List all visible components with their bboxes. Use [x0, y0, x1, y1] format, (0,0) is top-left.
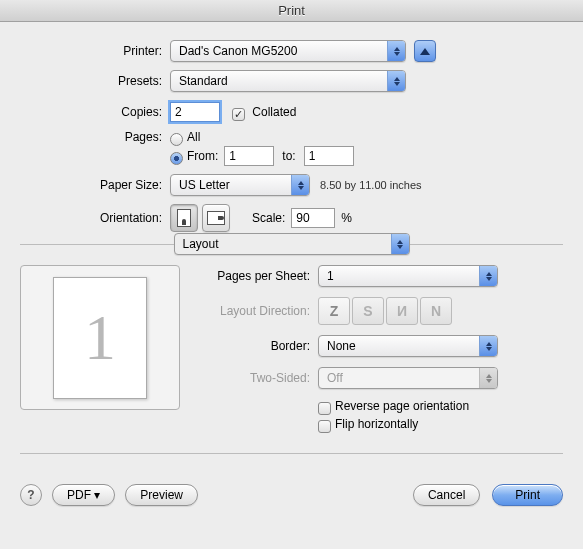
- flip-label: Flip horizontally: [335, 417, 418, 431]
- reverse-label: Reverse page orientation: [335, 399, 469, 413]
- collapse-button[interactable]: [414, 40, 436, 62]
- presets-select[interactable]: Standard: [170, 70, 406, 92]
- papersize-label: Paper Size:: [20, 178, 170, 192]
- page-preview: 1: [20, 265, 180, 410]
- updown-icon: [291, 175, 309, 195]
- copies-label: Copies:: [20, 105, 170, 119]
- updown-icon: [387, 41, 405, 61]
- percent-label: %: [341, 211, 352, 225]
- section-value: Layout: [183, 237, 219, 251]
- pps-select[interactable]: 1: [318, 265, 498, 287]
- printer-value: Dad's Canon MG5200: [179, 44, 297, 58]
- printer-label: Printer:: [20, 44, 170, 58]
- printer-select[interactable]: Dad's Canon MG5200: [170, 40, 406, 62]
- border-value: None: [327, 339, 356, 353]
- twosided-select: Off: [318, 367, 498, 389]
- reverse-checkbox[interactable]: [318, 402, 331, 415]
- papersize-value: US Letter: [179, 178, 230, 192]
- pages-range-radio[interactable]: [170, 152, 183, 165]
- pdf-button[interactable]: PDF ▾: [52, 484, 115, 506]
- presets-value: Standard: [179, 74, 228, 88]
- twosided-label: Two-Sided:: [198, 371, 318, 385]
- papersize-select[interactable]: US Letter: [170, 174, 310, 196]
- pages-to-label: to:: [282, 149, 295, 163]
- copies-input[interactable]: [170, 102, 220, 122]
- pages-all-radio[interactable]: [170, 133, 183, 146]
- border-label: Border:: [198, 339, 318, 353]
- updown-icon: [479, 266, 497, 286]
- collated-checkbox[interactable]: [232, 108, 245, 121]
- layoutdir-1-button[interactable]: Z: [318, 297, 350, 325]
- pps-value: 1: [327, 269, 334, 283]
- portrait-icon: [177, 209, 191, 227]
- layoutdir-3-button[interactable]: И: [386, 297, 418, 325]
- layoutdir-4-button[interactable]: N: [420, 297, 452, 325]
- divider: [20, 453, 563, 454]
- print-button[interactable]: Print: [492, 484, 563, 506]
- orientation-label: Orientation:: [20, 211, 170, 225]
- collated-label: Collated: [252, 105, 296, 119]
- orientation-landscape-button[interactable]: [202, 204, 230, 232]
- pages-to-input[interactable]: [304, 146, 354, 166]
- pages-label: Pages:: [20, 130, 170, 144]
- paper-dimensions: 8.50 by 11.00 inches: [320, 179, 422, 191]
- window-title: Print: [0, 0, 583, 22]
- layoutdir-label: Layout Direction:: [198, 304, 318, 318]
- page-thumb: 1: [53, 277, 147, 399]
- pages-from-label: From:: [187, 149, 218, 163]
- border-select[interactable]: None: [318, 335, 498, 357]
- help-button[interactable]: ?: [20, 484, 42, 506]
- flip-checkbox[interactable]: [318, 420, 331, 433]
- orientation-portrait-button[interactable]: [170, 204, 198, 232]
- section-select[interactable]: Layout: [174, 233, 410, 255]
- twosided-value: Off: [327, 371, 343, 385]
- preview-button[interactable]: Preview: [125, 484, 198, 506]
- updown-icon: [479, 336, 497, 356]
- layoutdir-2-button[interactable]: S: [352, 297, 384, 325]
- presets-label: Presets:: [20, 74, 170, 88]
- scale-input[interactable]: [291, 208, 335, 228]
- updown-icon: [391, 234, 409, 254]
- updown-icon: [387, 71, 405, 91]
- pages-all-label: All: [187, 130, 200, 144]
- triangle-up-icon: [420, 48, 430, 55]
- pps-label: Pages per Sheet:: [198, 269, 318, 283]
- pages-from-input[interactable]: [224, 146, 274, 166]
- cancel-button[interactable]: Cancel: [413, 484, 480, 506]
- scale-label: Scale:: [252, 211, 285, 225]
- landscape-icon: [207, 211, 225, 225]
- updown-icon: [479, 368, 497, 388]
